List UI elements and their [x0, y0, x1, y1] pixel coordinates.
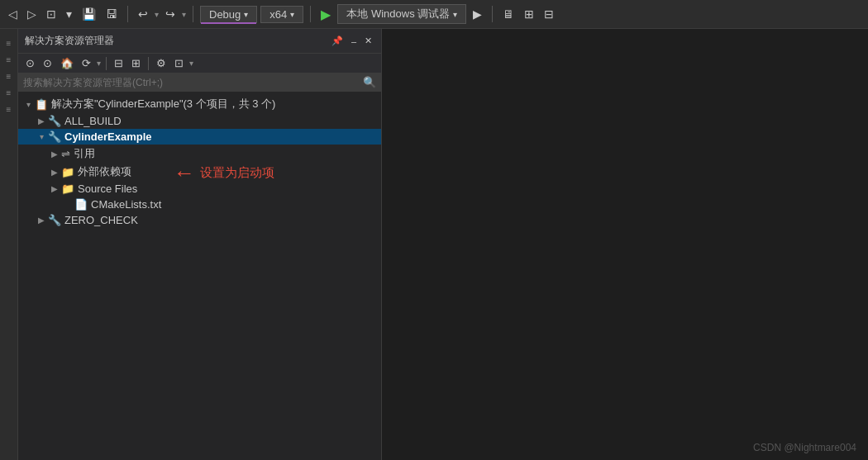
- edge-tab-5[interactable]: ≡: [2, 102, 17, 116]
- zero-label: ZERO_CHECK: [64, 214, 138, 226]
- forward-icon[interactable]: ▷: [24, 6, 40, 22]
- solution-label: 解决方案"CylinderExample"(3 个项目，共 3 个): [51, 97, 275, 111]
- ref-icon: ⇌: [61, 148, 70, 160]
- run-button[interactable]: ▶: [317, 5, 334, 24]
- ext-toggle[interactable]: ▶: [48, 168, 61, 177]
- panel-tb-home[interactable]: 🏠: [58, 56, 76, 70]
- tree-zero-check[interactable]: ▶ 🔧 ZERO_CHECK: [18, 212, 381, 228]
- panel-tb-settings[interactable]: ⚙: [154, 56, 169, 70]
- solution-explorer-panel: 解决方案资源管理器 📌 – ✕ ⊙ ⊙ 🏠 ⟳ ▾ ⊟ ⊞ ⚙ ⊡ ▾ 🔍: [18, 29, 382, 460]
- allbuild-icon: 🔧: [48, 115, 61, 127]
- search-bar: 🔍: [18, 74, 381, 92]
- search-icon[interactable]: 🔍: [363, 76, 376, 88]
- debug-button[interactable]: Debug: [200, 6, 257, 23]
- search-input[interactable]: [23, 77, 363, 88]
- panel-tb-back[interactable]: ⊙: [23, 56, 37, 70]
- ext-icon: 📁: [61, 166, 74, 178]
- local-debug-label: 本地 Windows 调试器: [346, 7, 450, 21]
- undo-dropdown[interactable]: ▾: [155, 10, 159, 19]
- separator-3: [310, 6, 311, 22]
- panel-toolbar: ⊙ ⊙ 🏠 ⟳ ▾ ⊟ ⊞ ⚙ ⊡ ▾: [18, 54, 381, 74]
- run-icon-2[interactable]: ▶: [470, 6, 485, 22]
- toolbar-monitor-icon[interactable]: 🖥: [499, 6, 517, 22]
- tree-external-deps[interactable]: ▶ 📁 外部依赖项: [18, 163, 381, 181]
- cmake-file-icon: 📄: [74, 198, 88, 211]
- panel-tb-view[interactable]: ⊡: [172, 56, 186, 70]
- cylinder-icon: 🔧: [48, 130, 61, 143]
- x64-label: x64: [269, 8, 287, 21]
- separator-2: [193, 6, 193, 22]
- separator-4: [492, 6, 493, 22]
- panel-title: 解决方案资源管理器: [25, 34, 114, 48]
- src-label: Source Files: [78, 183, 137, 195]
- edge-tab-2[interactable]: ≡: [2, 52, 17, 67]
- edge-tab-3[interactable]: ≡: [2, 69, 17, 83]
- edge-tab-1[interactable]: ≡: [2, 36, 17, 50]
- panel-tb-forward[interactable]: ⊙: [41, 56, 55, 70]
- back-icon[interactable]: ◁: [5, 6, 21, 22]
- src-folder-icon: 📁: [61, 183, 74, 195]
- save-all-icon[interactable]: 🖫: [103, 6, 121, 22]
- editor-area: [382, 29, 868, 460]
- tree-source-files[interactable]: ▶ 📁 Source Files: [18, 181, 381, 197]
- panel-header: 解决方案资源管理器 📌 – ✕: [18, 29, 381, 54]
- edge-tab-4[interactable]: ≡: [2, 85, 17, 100]
- toolbar-icon-1[interactable]: ⊡: [43, 6, 60, 22]
- close-icon[interactable]: ✕: [362, 35, 374, 47]
- save-icon[interactable]: 💾: [79, 6, 99, 22]
- separator-1: [127, 6, 128, 22]
- auto-hide-icon[interactable]: –: [349, 36, 359, 47]
- local-debug-button[interactable]: 本地 Windows 调试器: [337, 4, 466, 24]
- panel-tb-view-dropdown[interactable]: ▾: [189, 59, 193, 68]
- tree-references[interactable]: ▶ ⇌ 引用: [18, 145, 381, 163]
- main-toolbar: ◁ ▷ ⊡ ▾ 💾 🖫 ↩ ▾ ↪ ▾ Debug x64 ▶ 本地 Windo…: [0, 0, 868, 29]
- tree-solution-root[interactable]: ▾ 📋 解决方案"CylinderExample"(3 个项目，共 3 个): [18, 95, 381, 113]
- toolbar-extra-icon[interactable]: ⊟: [541, 6, 557, 22]
- ext-label: 外部依赖项: [78, 164, 131, 179]
- debug-dropdown[interactable]: Debug: [200, 6, 257, 23]
- src-toggle[interactable]: ▶: [48, 184, 61, 193]
- watermark: CSDN @Nightmare004: [753, 442, 856, 453]
- solution-icon: 📋: [35, 98, 48, 111]
- toolbar-layout-icon[interactable]: ⊞: [521, 6, 537, 22]
- panel-tb-sync[interactable]: ⟳: [79, 56, 93, 70]
- panel-tb-sep-1: [106, 57, 107, 70]
- allbuild-toggle[interactable]: ▶: [35, 116, 48, 126]
- undo-icon[interactable]: ↩: [135, 6, 151, 22]
- ref-toggle[interactable]: ▶: [48, 149, 61, 159]
- x64-button[interactable]: x64: [260, 6, 303, 23]
- left-edge-tabs: ≡ ≡ ≡ ≡ ≡: [0, 29, 18, 460]
- panel-tb-sep-2: [148, 57, 149, 70]
- tree-cylinder-example[interactable]: ▾ 🔧 CylinderExample: [18, 129, 381, 145]
- solution-toggle[interactable]: ▾: [21, 100, 35, 109]
- cylinder-label: CylinderExample: [64, 130, 152, 143]
- debug-label: Debug: [209, 8, 241, 21]
- ref-label: 引用: [74, 146, 95, 161]
- cylinder-toggle[interactable]: ▾: [35, 132, 48, 141]
- main-area: ≡ ≡ ≡ ≡ ≡ 解决方案资源管理器 📌 – ✕ ⊙ ⊙ 🏠 ⟳ ▾ ⊟ ⊞: [0, 29, 868, 460]
- panel-controls: 📌 – ✕: [329, 35, 374, 47]
- panel-tb-expand[interactable]: ⊞: [129, 56, 143, 70]
- cmake-label: CMakeLists.txt: [91, 198, 161, 211]
- tree-cmakelists[interactable]: 📄 CMakeLists.txt: [18, 197, 381, 212]
- redo-dropdown[interactable]: ▾: [182, 10, 186, 19]
- allbuild-label: ALL_BUILD: [64, 115, 122, 127]
- pin-icon[interactable]: 📌: [329, 35, 346, 47]
- redo-icon[interactable]: ↪: [162, 6, 179, 22]
- zero-toggle[interactable]: ▶: [35, 216, 48, 225]
- solution-tree: ▾ 📋 解决方案"CylinderExample"(3 个项目，共 3 个) ▶…: [18, 92, 381, 460]
- panel-tb-collapse[interactable]: ⊟: [112, 56, 126, 70]
- panel-tb-sync-dropdown[interactable]: ▾: [97, 59, 101, 68]
- zero-icon: 🔧: [48, 214, 61, 226]
- toolbar-dropdown-1[interactable]: ▾: [63, 6, 75, 22]
- tree-allbuild[interactable]: ▶ 🔧 ALL_BUILD: [18, 113, 381, 129]
